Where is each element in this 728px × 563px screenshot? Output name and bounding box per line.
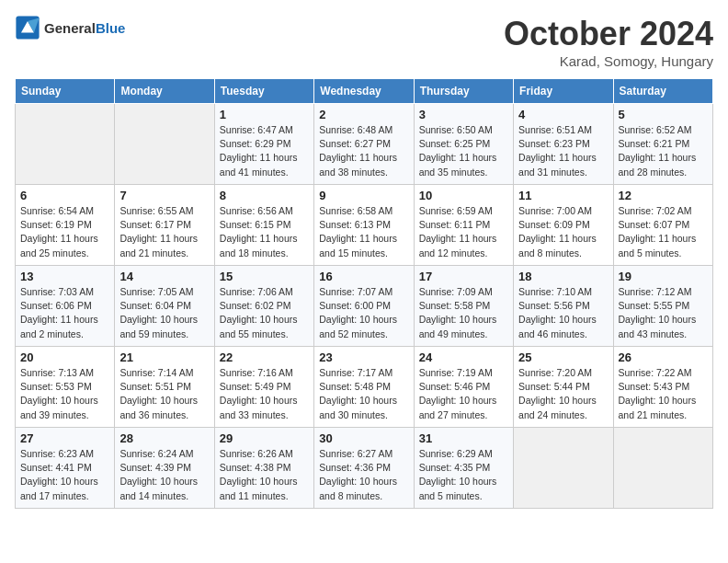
day-info: Sunrise: 6:55 AM Sunset: 6:17 PM Dayligh…: [119, 204, 209, 260]
header-row: SundayMondayTuesdayWednesdayThursdayFrid…: [16, 79, 713, 104]
location: Karad, Somogy, Hungary: [504, 53, 713, 69]
day-info: Sunrise: 6:29 AM Sunset: 4:35 PM Dayligh…: [419, 447, 508, 503]
day-info: Sunrise: 6:56 AM Sunset: 6:15 PM Dayligh…: [220, 204, 309, 260]
day-number: 23: [319, 350, 408, 364]
title-block: October 2024 Karad, Somogy, Hungary: [504, 15, 713, 69]
calendar-header: SundayMondayTuesdayWednesdayThursdayFrid…: [16, 79, 713, 104]
day-cell: 20Sunrise: 7:13 AM Sunset: 5:53 PM Dayli…: [16, 347, 115, 428]
day-cell: 14Sunrise: 7:05 AM Sunset: 6:04 PM Dayli…: [115, 266, 214, 347]
header-cell-tuesday: Tuesday: [214, 79, 313, 104]
header-cell-thursday: Thursday: [414, 79, 513, 104]
day-cell: 12Sunrise: 7:02 AM Sunset: 6:07 PM Dayli…: [613, 185, 712, 266]
day-cell: [613, 428, 712, 509]
day-cell: 2Sunrise: 6:48 AM Sunset: 6:27 PM Daylig…: [314, 104, 414, 185]
day-cell: 27Sunrise: 6:23 AM Sunset: 4:41 PM Dayli…: [16, 428, 115, 509]
day-info: Sunrise: 6:48 AM Sunset: 6:27 PM Dayligh…: [319, 123, 408, 179]
day-number: 31: [419, 431, 508, 445]
day-cell: 4Sunrise: 6:51 AM Sunset: 6:23 PM Daylig…: [514, 104, 613, 185]
day-cell: 26Sunrise: 7:22 AM Sunset: 5:43 PM Dayli…: [613, 347, 712, 428]
day-cell: 13Sunrise: 7:03 AM Sunset: 6:06 PM Dayli…: [16, 266, 115, 347]
day-info: Sunrise: 6:24 AM Sunset: 4:39 PM Dayligh…: [119, 447, 209, 503]
day-cell: 5Sunrise: 6:52 AM Sunset: 6:21 PM Daylig…: [613, 104, 712, 185]
day-cell: 18Sunrise: 7:10 AM Sunset: 5:56 PM Dayli…: [514, 266, 613, 347]
day-number: 7: [119, 189, 209, 202]
day-info: Sunrise: 7:03 AM Sunset: 6:06 PM Dayligh…: [20, 285, 109, 341]
day-number: 11: [518, 189, 608, 202]
week-row-2: 6Sunrise: 6:54 AM Sunset: 6:19 PM Daylig…: [16, 185, 713, 266]
day-info: Sunrise: 6:52 AM Sunset: 6:21 PM Dayligh…: [619, 123, 708, 179]
day-cell: 16Sunrise: 7:07 AM Sunset: 6:00 PM Dayli…: [314, 266, 414, 347]
day-info: Sunrise: 7:07 AM Sunset: 6:00 PM Dayligh…: [319, 285, 408, 341]
day-cell: 17Sunrise: 7:09 AM Sunset: 5:58 PM Dayli…: [414, 266, 513, 347]
day-cell: [514, 428, 613, 509]
day-info: Sunrise: 6:59 AM Sunset: 6:11 PM Dayligh…: [419, 204, 508, 260]
day-number: 19: [619, 270, 708, 283]
day-info: Sunrise: 6:50 AM Sunset: 6:25 PM Dayligh…: [419, 123, 508, 179]
day-number: 27: [20, 431, 109, 445]
logo-text: GeneralBlue: [44, 20, 125, 36]
week-row-5: 27Sunrise: 6:23 AM Sunset: 4:41 PM Dayli…: [16, 428, 713, 509]
day-cell: 21Sunrise: 7:14 AM Sunset: 5:51 PM Dayli…: [115, 347, 214, 428]
day-cell: 31Sunrise: 6:29 AM Sunset: 4:35 PM Dayli…: [414, 428, 513, 509]
day-cell: 23Sunrise: 7:17 AM Sunset: 5:48 PM Dayli…: [314, 347, 414, 428]
day-number: 25: [518, 350, 608, 364]
page-header: GeneralBlue October 2024 Karad, Somogy, …: [15, 15, 713, 69]
header-cell-monday: Monday: [115, 79, 214, 104]
day-number: 30: [319, 431, 408, 445]
day-info: Sunrise: 6:58 AM Sunset: 6:13 PM Dayligh…: [319, 204, 408, 260]
day-info: Sunrise: 7:13 AM Sunset: 5:53 PM Dayligh…: [20, 366, 109, 422]
day-info: Sunrise: 7:19 AM Sunset: 5:46 PM Dayligh…: [419, 366, 508, 422]
day-info: Sunrise: 6:27 AM Sunset: 4:36 PM Dayligh…: [319, 447, 408, 503]
day-cell: 11Sunrise: 7:00 AM Sunset: 6:09 PM Dayli…: [514, 185, 613, 266]
day-cell: 22Sunrise: 7:16 AM Sunset: 5:49 PM Dayli…: [214, 347, 313, 428]
day-number: 21: [119, 350, 209, 364]
day-number: 8: [220, 189, 309, 202]
day-info: Sunrise: 7:16 AM Sunset: 5:49 PM Dayligh…: [220, 366, 309, 422]
day-info: Sunrise: 7:05 AM Sunset: 6:04 PM Dayligh…: [119, 285, 209, 341]
day-cell: 30Sunrise: 6:27 AM Sunset: 4:36 PM Dayli…: [314, 428, 414, 509]
day-number: 16: [319, 270, 408, 283]
day-info: Sunrise: 7:10 AM Sunset: 5:56 PM Dayligh…: [518, 285, 608, 341]
header-cell-wednesday: Wednesday: [314, 79, 414, 104]
day-cell: 25Sunrise: 7:20 AM Sunset: 5:44 PM Dayli…: [514, 347, 613, 428]
week-row-1: 1Sunrise: 6:47 AM Sunset: 6:29 PM Daylig…: [16, 104, 713, 185]
day-info: Sunrise: 7:12 AM Sunset: 5:55 PM Dayligh…: [619, 285, 708, 341]
day-cell: 3Sunrise: 6:50 AM Sunset: 6:25 PM Daylig…: [414, 104, 513, 185]
day-number: 2: [319, 108, 408, 121]
month-title: October 2024: [504, 15, 713, 53]
day-cell: 9Sunrise: 6:58 AM Sunset: 6:13 PM Daylig…: [314, 185, 414, 266]
day-cell: [16, 104, 115, 185]
week-row-3: 13Sunrise: 7:03 AM Sunset: 6:06 PM Dayli…: [16, 266, 713, 347]
header-cell-saturday: Saturday: [613, 79, 712, 104]
day-number: 18: [518, 270, 608, 283]
day-info: Sunrise: 7:00 AM Sunset: 6:09 PM Dayligh…: [518, 204, 608, 260]
day-info: Sunrise: 6:51 AM Sunset: 6:23 PM Dayligh…: [518, 123, 608, 179]
day-number: 15: [220, 270, 309, 283]
calendar-table: SundayMondayTuesdayWednesdayThursdayFrid…: [15, 78, 713, 509]
day-cell: 24Sunrise: 7:19 AM Sunset: 5:46 PM Dayli…: [414, 347, 513, 428]
day-number: 12: [619, 189, 708, 202]
day-number: 29: [220, 431, 309, 445]
day-number: 10: [419, 189, 508, 202]
day-number: 5: [619, 108, 708, 121]
day-info: Sunrise: 7:22 AM Sunset: 5:43 PM Dayligh…: [619, 366, 708, 422]
day-number: 9: [319, 189, 408, 202]
day-info: Sunrise: 7:20 AM Sunset: 5:44 PM Dayligh…: [518, 366, 608, 422]
day-number: 20: [20, 350, 109, 364]
day-number: 14: [119, 270, 209, 283]
day-info: Sunrise: 7:14 AM Sunset: 5:51 PM Dayligh…: [119, 366, 209, 422]
day-info: Sunrise: 7:06 AM Sunset: 6:02 PM Dayligh…: [220, 285, 309, 341]
logo-icon: [15, 15, 40, 40]
day-cell: 8Sunrise: 6:56 AM Sunset: 6:15 PM Daylig…: [214, 185, 313, 266]
day-cell: 28Sunrise: 6:24 AM Sunset: 4:39 PM Dayli…: [115, 428, 214, 509]
day-info: Sunrise: 6:26 AM Sunset: 4:38 PM Dayligh…: [220, 447, 309, 503]
day-number: 22: [220, 350, 309, 364]
day-number: 24: [419, 350, 508, 364]
day-number: 1: [220, 108, 309, 121]
day-number: 28: [119, 431, 209, 445]
day-cell: [115, 104, 214, 185]
day-cell: 6Sunrise: 6:54 AM Sunset: 6:19 PM Daylig…: [16, 185, 115, 266]
day-number: 4: [518, 108, 608, 121]
day-number: 26: [619, 350, 708, 364]
day-info: Sunrise: 6:23 AM Sunset: 4:41 PM Dayligh…: [20, 447, 109, 503]
